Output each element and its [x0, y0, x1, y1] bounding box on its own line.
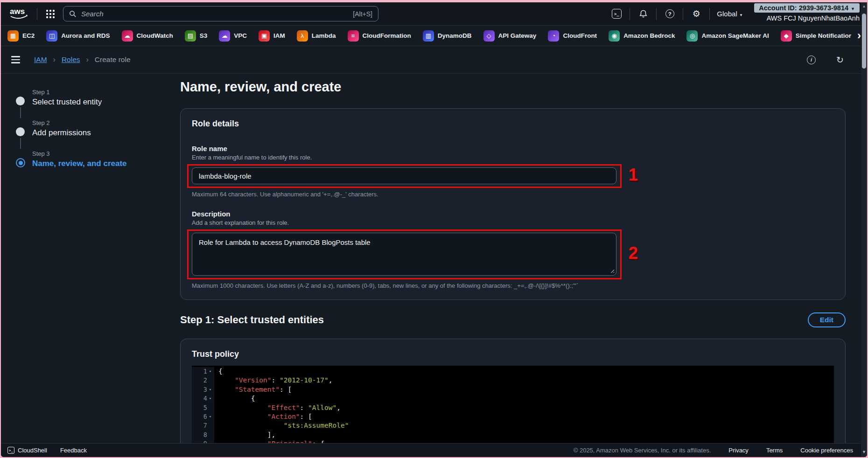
search-icon	[69, 10, 77, 18]
scroll-down-arrow-icon[interactable]: ▼	[861, 450, 867, 454]
service-shortcut-cloudfront[interactable]: ◔CloudFront	[548, 30, 597, 42]
notifications-bell-icon[interactable]	[637, 8, 649, 20]
service-shortcut-amazon-sagemaker-ai[interactable]: ◎Amazon SageMaker AI	[686, 30, 769, 42]
code-line-2: 2▾ "Version": "2012-10-17",	[192, 376, 834, 385]
code-text: "Version": "2012-10-17",	[214, 376, 332, 385]
trust-policy-title: Trust policy	[192, 349, 834, 359]
service-shortcut-s3[interactable]: ▤S3	[185, 30, 208, 42]
cloudfront-icon: ◔	[548, 30, 559, 42]
code-text: "Statement": [	[214, 385, 292, 394]
code-line-8: 8▾ ],	[192, 430, 834, 439]
hamburger-menu-icon[interactable]	[10, 54, 21, 65]
code-line-1: 1▾{	[192, 367, 834, 376]
region-selector[interactable]: Global▾	[717, 10, 742, 18]
service-shortcut-aurora-and-rds[interactable]: ◫Aurora and RDS	[46, 30, 110, 42]
line-number: 3▾	[192, 385, 214, 394]
edit-button[interactable]: Edit	[808, 312, 846, 327]
service-label: API Gateway	[498, 32, 537, 39]
step-radio-active-icon	[16, 158, 25, 167]
step-title: Name, review, and create	[32, 159, 141, 168]
service-shortcut-cloudwatch[interactable]: ☁CloudWatch	[122, 30, 173, 42]
apps-grid-icon[interactable]	[44, 8, 56, 20]
footer-link-cookie-preferences[interactable]: Cookie preferences	[800, 447, 853, 454]
divider	[683, 8, 683, 20]
footer-right: © 2025, Amazon Web Services, Inc. or its…	[574, 447, 853, 454]
fold-caret-icon[interactable]: ▾	[207, 412, 213, 421]
service-shortcut-api-gateway[interactable]: ◇API Gateway	[483, 30, 537, 42]
divider	[630, 8, 630, 20]
annotation-number-1: 1	[628, 165, 638, 185]
description-label: Description	[192, 210, 834, 218]
settings-gear-icon[interactable]: ⚙	[690, 8, 702, 20]
service-label: CloudWatch	[137, 32, 173, 39]
service-shortcut-dynamodb[interactable]: ▥DynamoDB	[423, 30, 472, 42]
account-id-chip[interactable]: Account ID: 2939-3673-9814▼	[754, 3, 860, 13]
step-circle-icon	[16, 127, 25, 136]
iam-icon: ▣	[259, 30, 270, 42]
fold-caret-icon[interactable]: ▾	[207, 394, 213, 403]
info-icon[interactable]: i	[807, 56, 816, 64]
service-shortcut-amazon-bedrock[interactable]: ◉Amazon Bedrock	[609, 30, 675, 42]
breadcrumb-current: Create role	[95, 56, 131, 64]
footer-feedback[interactable]: Feedback	[60, 447, 87, 454]
aurora-and-rds-icon: ◫	[46, 30, 57, 42]
breadcrumb-separator: ›	[53, 56, 56, 64]
trusted-entities-section-head: Step 1: Select trusted entities Edit	[180, 312, 846, 327]
divider	[656, 8, 657, 20]
role-name-field: Role name Enter a meaningful name to ide…	[192, 145, 834, 198]
service-label: CloudFront	[563, 32, 597, 39]
vertical-scrollbar[interactable]: ▲ ▼	[861, 2, 867, 457]
service-label: Amazon Bedrock	[623, 32, 675, 39]
description-textarea[interactable]: Role for Lambda to access DynamoDB BlogP…	[192, 233, 616, 276]
service-shortcut-cloudformation[interactable]: ≡CloudFormation	[348, 30, 411, 42]
fold-caret-icon[interactable]: ▾	[207, 385, 213, 394]
code-text: "Action": [	[214, 412, 312, 421]
role-name-input[interactable]	[192, 167, 616, 184]
search-placeholder: Search	[81, 10, 104, 18]
service-label: Aurora and RDS	[61, 32, 110, 39]
service-shortcut-iam[interactable]: ▣IAM	[259, 30, 285, 42]
wizard-step-2[interactable]: Step 2Add permissions	[16, 119, 141, 138]
breadcrumb-link-iam[interactable]: IAM	[34, 56, 47, 64]
line-number: 8▾	[192, 430, 214, 439]
wizard-step-1[interactable]: Step 1Select trusted entity	[16, 89, 141, 107]
aws-logo-svg: aws	[8, 6, 30, 21]
step-label: Step 2	[32, 119, 141, 126]
footer-link-terms[interactable]: Terms	[766, 447, 783, 454]
step-label: Step 3	[32, 150, 141, 157]
content-row: Step 1Select trusted entityStep 2Add per…	[1, 74, 867, 457]
line-number: 2▾	[192, 376, 214, 385]
services-favorites-bar: ▦EC2◫Aurora and RDS☁CloudWatch▤S3☁VPC▣IA…	[1, 26, 867, 46]
service-shortcut-lambda[interactable]: λLambda	[297, 30, 336, 42]
footer-cloudshell[interactable]: >_ CloudShell	[7, 447, 47, 454]
code-line-6: 6▾ "Action": [	[192, 412, 834, 421]
divider	[37, 8, 37, 20]
service-label: EC2	[22, 32, 35, 39]
bell-glyph	[639, 9, 648, 19]
page-title: Name, review, and create	[180, 79, 846, 95]
search-input[interactable]: Search [Alt+S]	[63, 6, 378, 21]
amazon-bedrock-icon: ◉	[609, 30, 620, 42]
service-shortcut-ec2[interactable]: ▦EC2	[7, 30, 35, 42]
help-icon[interactable]: ?	[664, 8, 676, 20]
footer-link-privacy[interactable]: Privacy	[728, 447, 749, 454]
scrollbar-thumb[interactable]	[862, 14, 866, 69]
service-shortcut-vpc[interactable]: ☁VPC	[219, 30, 247, 42]
scroll-up-arrow-icon[interactable]: ▲	[861, 4, 867, 8]
aws-logo[interactable]: aws	[8, 6, 30, 23]
cloudformation-icon: ≡	[348, 30, 359, 42]
line-number: 6▾	[192, 412, 214, 421]
wizard-step-3[interactable]: Step 3Name, review, and create	[16, 150, 141, 168]
code-line-7: 7▾ "sts:AssumeRole"	[192, 421, 834, 430]
cloudshell-icon[interactable]: >_	[610, 8, 623, 20]
breadcrumb-link-roles[interactable]: Roles	[62, 56, 80, 64]
code-text: {	[214, 394, 255, 403]
description-field: Description Add a short explanation for …	[192, 210, 834, 289]
service-shortcut-simple-notification-se[interactable]: ◆Simple Notification Se	[781, 30, 862, 42]
fold-caret-icon[interactable]: ▾	[207, 367, 213, 376]
step-label: Step 1	[32, 89, 141, 96]
main-content: Name, review, and create Role details Ro…	[141, 74, 867, 457]
role-name-hint: Enter a meaningful name to identify this…	[192, 154, 834, 161]
history-refresh-icon[interactable]: ↻	[836, 55, 844, 65]
role-name-input-wrap: 1	[192, 167, 616, 184]
